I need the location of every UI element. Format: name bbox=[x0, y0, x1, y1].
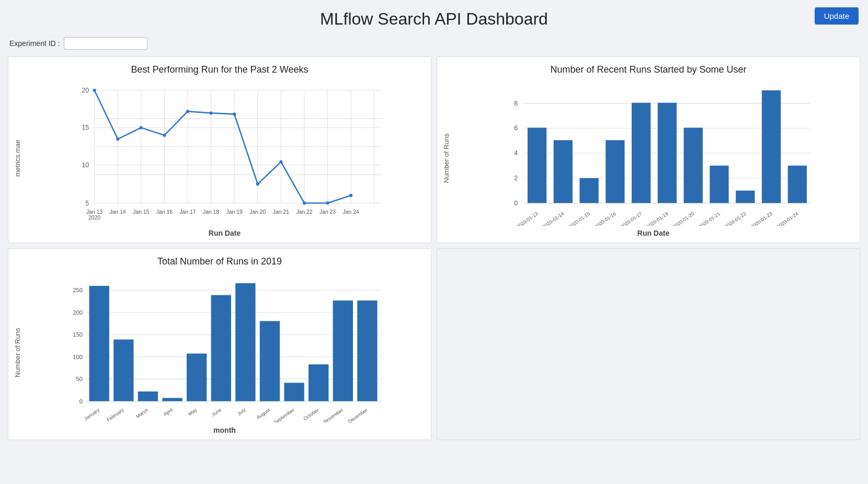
svg-rect-68 bbox=[762, 90, 781, 203]
svg-rect-104 bbox=[357, 301, 377, 401]
svg-text:50: 50 bbox=[76, 376, 83, 382]
svg-rect-96 bbox=[162, 398, 182, 401]
chart2-y-label: Number of Runs bbox=[442, 79, 450, 237]
chart1-x-label: Run Date bbox=[24, 229, 426, 237]
chart1-svg: 20 15 10 5 Jan 13 2020 Jan 14 Jan 15 Jan… bbox=[24, 79, 426, 226]
experiment-label: Experiment ID : bbox=[9, 39, 60, 48]
chart1-y-label: metrics.mae bbox=[14, 79, 21, 237]
svg-text:2020-01-24: 2020-01-24 bbox=[776, 211, 800, 226]
svg-text:0: 0 bbox=[514, 200, 518, 207]
chart-total-runs-2019: Total Number of Runs in 2019 Number of R… bbox=[8, 248, 431, 440]
svg-rect-98 bbox=[211, 295, 231, 401]
svg-text:2020-01-16: 2020-01-16 bbox=[593, 211, 617, 226]
svg-text:November: November bbox=[323, 407, 344, 423]
charts-grid: Best Performing Run for the Past 2 Weeks… bbox=[0, 54, 868, 448]
chart3-x-label: month bbox=[24, 426, 426, 434]
svg-text:January: January bbox=[83, 407, 100, 421]
svg-text:Jan 21: Jan 21 bbox=[273, 209, 289, 215]
svg-text:April: April bbox=[163, 407, 174, 417]
chart-recent-runs: Number of Recent Runs Started by Some Us… bbox=[437, 56, 860, 243]
svg-text:May: May bbox=[187, 407, 198, 417]
chart3-y-label: Number of Runs bbox=[14, 271, 21, 434]
svg-text:150: 150 bbox=[73, 331, 83, 338]
page-header: MLflow Search API Dashboard Update bbox=[0, 0, 868, 34]
svg-text:6: 6 bbox=[514, 124, 518, 132]
svg-text:5: 5 bbox=[85, 200, 89, 207]
svg-text:2020-01-14: 2020-01-14 bbox=[542, 211, 565, 226]
svg-point-37 bbox=[93, 89, 96, 92]
svg-text:August: August bbox=[256, 407, 271, 420]
svg-rect-94 bbox=[113, 340, 133, 401]
svg-text:2020-01-13: 2020-01-13 bbox=[516, 211, 539, 226]
svg-text:Jan 24: Jan 24 bbox=[343, 209, 359, 215]
svg-rect-101 bbox=[284, 383, 304, 401]
svg-text:2020-01-21: 2020-01-21 bbox=[698, 211, 721, 226]
svg-text:Jan 15: Jan 15 bbox=[133, 209, 149, 215]
svg-text:10: 10 bbox=[82, 162, 89, 169]
experiment-input[interactable] bbox=[64, 37, 147, 50]
svg-text:December: December bbox=[347, 407, 369, 423]
svg-text:Jan 23: Jan 23 bbox=[319, 209, 336, 215]
chart-best-run: Best Performing Run for the Past 2 Weeks… bbox=[8, 56, 431, 243]
svg-rect-60 bbox=[554, 140, 573, 203]
svg-point-44 bbox=[256, 182, 259, 186]
svg-point-48 bbox=[349, 194, 352, 197]
svg-rect-59 bbox=[528, 128, 546, 203]
svg-text:250: 250 bbox=[73, 287, 83, 293]
svg-rect-65 bbox=[684, 128, 703, 203]
svg-text:March: March bbox=[135, 407, 149, 419]
svg-text:100: 100 bbox=[73, 354, 83, 360]
svg-text:20: 20 bbox=[82, 87, 89, 94]
svg-point-46 bbox=[303, 201, 306, 204]
svg-point-41 bbox=[186, 110, 189, 113]
chart3-title: Total Number of Runs in 2019 bbox=[14, 256, 426, 267]
svg-point-45 bbox=[279, 160, 282, 164]
svg-text:June: June bbox=[211, 407, 222, 418]
svg-text:Jan 14: Jan 14 bbox=[110, 209, 126, 215]
svg-point-47 bbox=[326, 201, 329, 204]
svg-rect-99 bbox=[235, 283, 255, 401]
svg-text:Jan 17: Jan 17 bbox=[179, 209, 196, 215]
svg-rect-95 bbox=[138, 391, 158, 401]
svg-rect-64 bbox=[658, 103, 677, 203]
svg-text:September: September bbox=[273, 407, 295, 423]
svg-rect-100 bbox=[260, 321, 280, 401]
svg-text:2020-01-15: 2020-01-15 bbox=[567, 211, 591, 226]
page-title: MLflow Search API Dashboard bbox=[0, 9, 868, 29]
svg-text:4: 4 bbox=[514, 149, 518, 157]
svg-point-39 bbox=[140, 126, 143, 129]
svg-text:8: 8 bbox=[514, 100, 518, 107]
svg-text:0: 0 bbox=[79, 398, 83, 405]
svg-text:2020-01-17: 2020-01-17 bbox=[620, 211, 643, 226]
svg-text:Jan 20: Jan 20 bbox=[249, 209, 266, 215]
svg-text:Jan 18: Jan 18 bbox=[203, 209, 219, 215]
svg-rect-62 bbox=[606, 140, 624, 203]
svg-text:Jan 19: Jan 19 bbox=[226, 209, 243, 215]
svg-text:15: 15 bbox=[82, 124, 89, 131]
svg-text:October: October bbox=[303, 407, 320, 421]
svg-text:2020-01-22: 2020-01-22 bbox=[724, 211, 747, 226]
svg-text:2: 2 bbox=[514, 175, 518, 182]
svg-rect-93 bbox=[89, 286, 109, 401]
chart2-title: Number of Recent Runs Started by Some Us… bbox=[442, 64, 854, 75]
svg-point-40 bbox=[163, 134, 166, 137]
svg-point-43 bbox=[233, 112, 236, 116]
svg-text:February: February bbox=[106, 407, 125, 423]
update-button[interactable]: Update bbox=[815, 7, 859, 25]
svg-rect-69 bbox=[788, 166, 807, 203]
chart1-title: Best Performing Run for the Past 2 Weeks bbox=[14, 64, 426, 75]
experiment-row: Experiment ID : bbox=[0, 34, 868, 54]
svg-rect-66 bbox=[710, 166, 728, 203]
svg-text:2020-01-19: 2020-01-19 bbox=[646, 211, 669, 226]
svg-text:2020-01-23: 2020-01-23 bbox=[750, 211, 773, 226]
chart2-svg: 0 2 4 6 8 bbox=[452, 79, 854, 226]
svg-rect-103 bbox=[333, 301, 353, 401]
svg-rect-97 bbox=[187, 353, 207, 401]
chart3-svg: 0 50 100 150 200 250 bbox=[24, 271, 426, 423]
chart-empty bbox=[437, 248, 860, 440]
svg-text:Jan 22: Jan 22 bbox=[296, 209, 312, 215]
chart2-x-label: Run Date bbox=[452, 229, 854, 237]
svg-point-42 bbox=[209, 111, 212, 114]
svg-rect-61 bbox=[579, 178, 598, 203]
svg-text:2020: 2020 bbox=[88, 215, 100, 221]
